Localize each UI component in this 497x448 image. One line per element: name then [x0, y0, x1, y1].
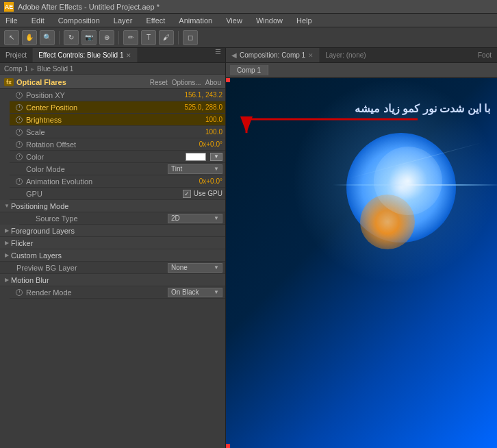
comp-tab-comp1[interactable]: Comp 1 — [230, 65, 268, 75]
gpu-checkbox-container: Use GPU — [183, 190, 222, 198]
dropdown-render-mode[interactable]: On Black ▼ — [168, 288, 222, 297]
value-animation-evolution[interactable]: 0x+0.0° — [181, 177, 222, 185]
menu-help[interactable]: Help — [294, 15, 315, 26]
menu-composition[interactable]: Composition — [55, 15, 103, 26]
title-bar: AE Adobe After Effects - Untitled Projec… — [0, 0, 497, 14]
red-marker-top — [226, 78, 230, 82]
comp-viewer[interactable]: با این شدت نور کمو زیاد میشه — [226, 78, 497, 448]
color-picker-btn[interactable]: ▼ — [210, 153, 222, 161]
toolbar-arrow[interactable]: ↖ — [4, 30, 19, 45]
color-controls: ▼ — [186, 153, 222, 161]
effect-header: fx Optical Flares Reset Options... Abou — [0, 75, 225, 89]
tab-effect-controls-close[interactable]: ✕ — [126, 52, 131, 59]
dropdown-source-type[interactable]: 2D ▼ — [168, 214, 222, 223]
tab-project[interactable]: Project — [0, 48, 33, 62]
menu-effect[interactable]: Effect — [143, 15, 168, 26]
breadcrumb-layer[interactable]: Blue Solid 1 — [37, 65, 73, 73]
stopwatch-brightness[interactable] — [15, 116, 23, 124]
comp-header-close[interactable]: ✕ — [308, 52, 314, 59]
dropdown-color-mode[interactable]: Tint ▼ — [168, 164, 222, 174]
stopwatch-color[interactable] — [15, 153, 23, 161]
motion-blur-toggle[interactable]: ▶ — [3, 276, 11, 284]
foreground-layers-toggle[interactable]: ▶ — [3, 227, 11, 235]
toolbar-zoom[interactable]: 🔍 — [40, 30, 55, 45]
flicker-toggle[interactable]: ▶ — [3, 239, 11, 247]
options-btn[interactable]: Options... — [172, 79, 201, 86]
source-type-arrow: ▼ — [214, 215, 219, 221]
label-custom-layers: Custom Layers — [11, 251, 62, 260]
label-render-mode: Render Mode — [26, 288, 168, 297]
gpu-checkbox[interactable] — [183, 190, 191, 198]
prop-render-mode: Render Mode On Black ▼ — [10, 286, 225, 299]
value-rotation-offset[interactable]: 0x+0.0° — [181, 140, 222, 148]
render-mode-arrow: ▼ — [214, 289, 219, 295]
value-position-xy[interactable]: 156.1, 243.2 — [181, 91, 222, 99]
stopwatch-center-position[interactable] — [15, 103, 23, 112]
color-swatch[interactable] — [186, 153, 206, 161]
toolbar-shape[interactable]: ◻ — [183, 30, 198, 45]
dropdown-preview-bg[interactable]: None ▼ — [168, 263, 222, 273]
custom-layers-toggle[interactable]: ▶ — [3, 251, 11, 260]
label-motion-blur: Motion Blur — [11, 276, 49, 284]
menu-window[interactable]: Window — [253, 15, 285, 26]
fx-badge: fx — [4, 78, 14, 86]
prop-position-xy: Position XY 156.1, 243.2 — [10, 89, 225, 101]
toolbar-pan[interactable]: ⊕ — [99, 30, 114, 45]
prop-preview-bg-layer: Preview BG Layer None ▼ — [0, 262, 225, 274]
panel-tabs: Project Effect Controls: Blue Solid 1 ✕ … — [0, 48, 225, 63]
value-scale[interactable]: 100.0 — [181, 128, 222, 136]
stopwatch-render-mode[interactable] — [15, 288, 23, 297]
panel-menu-btn[interactable]: ☰ — [211, 48, 225, 62]
menu-edit[interactable]: Edit — [29, 15, 47, 26]
label-center-position: Center Position — [26, 103, 181, 112]
toolbar-rotate[interactable]: ↻ — [64, 30, 79, 45]
label-flicker: Flicker — [11, 239, 33, 247]
label-preview-bg-layer: Preview BG Layer — [16, 264, 168, 272]
preview-bg-arrow: ▼ — [214, 264, 219, 271]
stopwatch-position-xy[interactable] — [15, 91, 23, 99]
effect-name: Optical Flares — [16, 78, 66, 86]
right-panel: ◀ Composition: Comp 1 ✕ Layer: (none) Fo… — [226, 48, 497, 448]
about-btn[interactable]: Abou — [205, 79, 221, 86]
persian-annotation-text: با این شدت نور کمو زیاد میشه — [355, 102, 490, 115]
toolbar-hand[interactable]: ✋ — [22, 30, 37, 45]
dropdown-arrow: ▼ — [214, 166, 219, 172]
app-title: Adobe After Effects - Untitled Project.a… — [18, 3, 160, 11]
label-color: Color — [26, 153, 186, 161]
value-brightness[interactable]: 100.0 — [181, 116, 222, 123]
prop-rotation-offset: Rotation Offset 0x+0.0° — [10, 138, 225, 151]
prop-center-position: Center Position 525.0, 288.0 — [10, 101, 225, 114]
prop-color: Color ▼ — [10, 151, 225, 163]
stopwatch-scale[interactable] — [15, 128, 23, 136]
toolbar-brush[interactable]: 🖌 — [159, 30, 174, 45]
value-center-position[interactable]: 525.0, 288.0 — [181, 103, 222, 111]
comp-header-icon: ◀ — [231, 51, 237, 59]
comp-header-title: Composition: Comp 1 — [240, 51, 305, 59]
breadcrumb-comp[interactable]: Comp 1 — [4, 65, 28, 73]
menu-file[interactable]: File — [3, 15, 21, 26]
label-positioning-mode: Positioning Mode — [11, 202, 68, 210]
reset-btn[interactable]: Reset — [150, 79, 168, 86]
toolbar-camera[interactable]: 📷 — [81, 30, 97, 45]
positioning-mode-toggle[interactable]: ▼ — [3, 202, 11, 210]
stopwatch-animation-evolution[interactable] — [15, 177, 23, 186]
section-custom-layers: ▶ Custom Layers — [0, 249, 225, 262]
comp-tab-header[interactable]: ◀ Composition: Comp 1 ✕ — [226, 48, 320, 62]
menu-layer[interactable]: Layer — [111, 15, 136, 26]
effect-controls: fx Optical Flares Reset Options... Abou … — [0, 75, 225, 448]
gpu-label: Use GPU — [194, 190, 222, 197]
toolbar-text[interactable]: T — [141, 30, 156, 45]
section-positioning-mode: ▼ Positioning Mode — [0, 200, 225, 212]
breadcrumb: Comp 1 ▸ Blue Solid 1 — [0, 63, 225, 75]
prop-source-type: Source Type 2D ▼ — [19, 212, 225, 225]
stopwatch-rotation-offset[interactable] — [15, 140, 23, 149]
effect-header-btns: Reset Options... Abou — [150, 79, 221, 86]
tab-effect-controls[interactable]: Effect Controls: Blue Solid 1 ✕ — [33, 48, 138, 62]
menu-view[interactable]: View — [223, 15, 245, 26]
comp-tab-bar: Comp 1 — [226, 63, 497, 78]
comp-panel-tabs: ◀ Composition: Comp 1 ✕ Layer: (none) Fo… — [226, 48, 497, 63]
toolbar-pen[interactable]: ✏ — [123, 30, 138, 45]
menu-animation[interactable]: Animation — [176, 15, 215, 26]
section-foreground-layers: ▶ Foreground Layers — [0, 225, 225, 237]
label-foreground-layers: Foreground Layers — [11, 227, 75, 235]
